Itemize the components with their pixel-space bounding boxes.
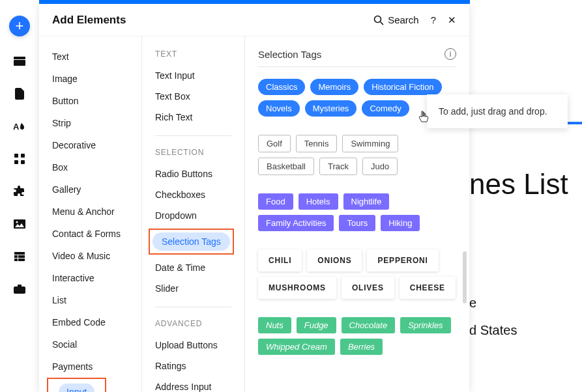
svg-rect-3 <box>14 154 18 158</box>
svg-rect-12 <box>14 259 18 261</box>
cat-list[interactable]: List <box>39 289 141 311</box>
sub-address-input[interactable]: Address Input <box>142 376 244 392</box>
cat-decorative[interactable]: Decorative <box>39 134 141 156</box>
tag-swimming[interactable]: Swimming <box>342 135 398 152</box>
pages-icon[interactable] <box>12 53 27 69</box>
tag-onions[interactable]: ONIONS <box>307 249 362 272</box>
tag-group-green[interactable]: Nuts Fudge Chocolate Sprinkles Whipped C… <box>258 317 456 355</box>
tag-whipped-cream[interactable]: Whipped Cream <box>258 339 335 355</box>
tag-olives[interactable]: OLIVES <box>342 277 394 299</box>
sub-slider[interactable]: Slider <box>142 278 244 299</box>
svg-rect-4 <box>21 154 25 158</box>
cat-interactive[interactable]: Interactive <box>39 267 141 289</box>
svg-rect-10 <box>14 255 18 258</box>
tag-historical-fiction[interactable]: Historical Fiction <box>364 79 441 95</box>
preview-scrollbar[interactable] <box>463 251 467 303</box>
tag-mushrooms[interactable]: MUSHROOMS <box>258 277 336 299</box>
table-icon[interactable] <box>12 249 27 264</box>
tag-pepperoni[interactable]: PEPPERONI <box>367 249 438 272</box>
tag-comedy[interactable]: Comedy <box>362 100 409 117</box>
sub-text-input[interactable]: Text Input <box>142 65 244 86</box>
panel-header: Add Elements Search ? ✕ <box>39 4 469 36</box>
tag-classics[interactable]: Classics <box>258 79 305 95</box>
file-icon[interactable] <box>12 86 27 102</box>
bg-title: nes List <box>469 168 568 201</box>
tag-memoirs[interactable]: Memoirs <box>310 79 358 95</box>
tag-group-purple[interactable]: Food Hotels Nightlife Family Activities … <box>258 193 456 231</box>
sub-checkboxes[interactable]: Checkboxes <box>142 184 244 205</box>
tag-tennis[interactable]: Tennis <box>296 135 338 152</box>
sub-rich-text[interactable]: Rich Text <box>142 107 244 128</box>
add-button[interactable]: + <box>9 16 30 36</box>
sub-selection-tags[interactable]: Selection Tags <box>149 229 234 255</box>
sub-text-box[interactable]: Text Box <box>142 86 244 107</box>
tag-cheese[interactable]: CHEESE <box>400 277 456 299</box>
tag-hiking[interactable]: Hiking <box>381 215 420 231</box>
drag-cursor-icon <box>418 111 429 124</box>
help-button[interactable]: ? <box>431 14 436 25</box>
tag-hotels[interactable]: Hotels <box>298 193 338 210</box>
cat-menu-anchor[interactable]: Menu & Anchor <box>39 201 141 223</box>
cat-contact-forms[interactable]: Contact & Forms <box>39 223 141 245</box>
cat-payments[interactable]: Payments <box>39 356 141 378</box>
top-accent-bar <box>39 0 470 4</box>
close-button[interactable]: ✕ <box>448 14 456 26</box>
cat-box[interactable]: Box <box>39 156 141 178</box>
cat-text[interactable]: Text <box>39 46 141 68</box>
add-elements-panel: Add Elements Search ? ✕ Text Image Butto… <box>39 4 469 392</box>
tag-judo[interactable]: Judo <box>362 158 398 175</box>
svg-rect-5 <box>14 160 18 164</box>
search-button[interactable]: Search <box>373 14 419 25</box>
apps-icon[interactable] <box>12 151 27 167</box>
tag-fudge[interactable]: Fudge <box>297 317 336 333</box>
panel-title: Add Elements <box>52 14 362 27</box>
tag-chili[interactable]: CHILI <box>258 249 302 272</box>
svg-rect-9 <box>14 252 25 255</box>
sub-radio-buttons[interactable]: Radio Buttons <box>142 163 244 184</box>
sub-date-time[interactable]: Date & Time <box>142 257 244 278</box>
tag-mysteries[interactable]: Mysteries <box>305 100 357 117</box>
sub-ratings[interactable]: Ratings <box>142 356 244 376</box>
tag-group-outline[interactable]: Golf Tennis Swimming Basketball Track Ju… <box>258 135 456 175</box>
media-icon[interactable] <box>12 216 27 232</box>
svg-point-8 <box>16 221 18 223</box>
tag-family-activities[interactable]: Family Activities <box>258 215 334 231</box>
sub-dropdown[interactable]: Dropdown <box>142 205 244 226</box>
tag-basketball[interactable]: Basketball <box>258 158 314 175</box>
svg-rect-11 <box>18 255 25 258</box>
svg-text:A: A <box>13 122 20 132</box>
svg-rect-13 <box>18 259 25 261</box>
info-icon[interactable]: i <box>444 48 456 60</box>
tag-berries[interactable]: Berries <box>340 339 383 355</box>
tag-novels[interactable]: Novels <box>258 100 300 117</box>
tag-nuts[interactable]: Nuts <box>258 317 291 333</box>
tag-group-card[interactable]: CHILI ONIONS PEPPERONI MUSHROOMS OLIVES … <box>258 249 456 299</box>
tag-sprinkles[interactable]: Sprinkles <box>400 317 450 333</box>
cat-video-music[interactable]: Video & Music <box>39 245 141 267</box>
cat-button[interactable]: Button <box>39 90 141 112</box>
drag-tooltip: To add, just drag and drop. <box>427 94 568 128</box>
svg-rect-1 <box>14 60 25 66</box>
cat-input[interactable]: Input <box>47 378 106 392</box>
briefcase-icon[interactable] <box>12 281 27 297</box>
tag-tours[interactable]: Tours <box>339 215 375 231</box>
tag-nightlife[interactable]: Nightlife <box>343 193 390 210</box>
cat-gallery[interactable]: Gallery <box>39 178 141 201</box>
tag-food[interactable]: Food <box>258 193 293 210</box>
sub-upload-buttons[interactable]: Upload Buttons <box>142 335 244 356</box>
cat-social[interactable]: Social <box>39 333 141 356</box>
preview-column: Selection Tags i Classics Memoirs Histor… <box>245 36 469 392</box>
puzzle-icon[interactable] <box>12 184 27 199</box>
left-toolbar: + A <box>0 0 39 392</box>
tag-chocolate[interactable]: Chocolate <box>342 317 396 333</box>
cat-strip[interactable]: Strip <box>39 112 141 134</box>
svg-line-17 <box>381 21 384 25</box>
cat-embed-code[interactable]: Embed Code <box>39 311 141 333</box>
theme-icon[interactable]: A <box>12 119 27 134</box>
subgroup-advanced: ADVANCED <box>142 315 244 335</box>
tag-golf[interactable]: Golf <box>258 135 291 152</box>
tag-track[interactable]: Track <box>319 158 357 175</box>
search-label: Search <box>388 14 419 25</box>
preview-title: Selection Tags <box>258 49 321 60</box>
cat-image[interactable]: Image <box>39 68 141 90</box>
